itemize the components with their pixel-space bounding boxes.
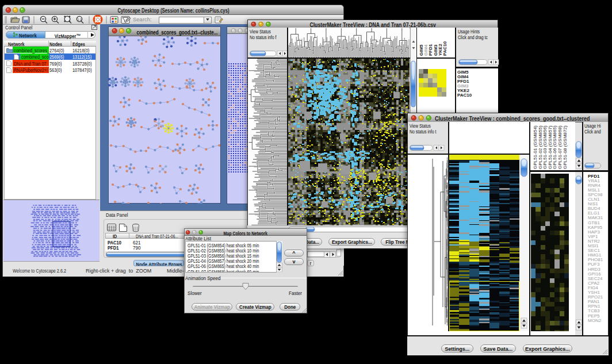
svg-text:1:1: 1:1 <box>78 18 82 21</box>
svg-text:Search:: Search: <box>133 16 152 22</box>
